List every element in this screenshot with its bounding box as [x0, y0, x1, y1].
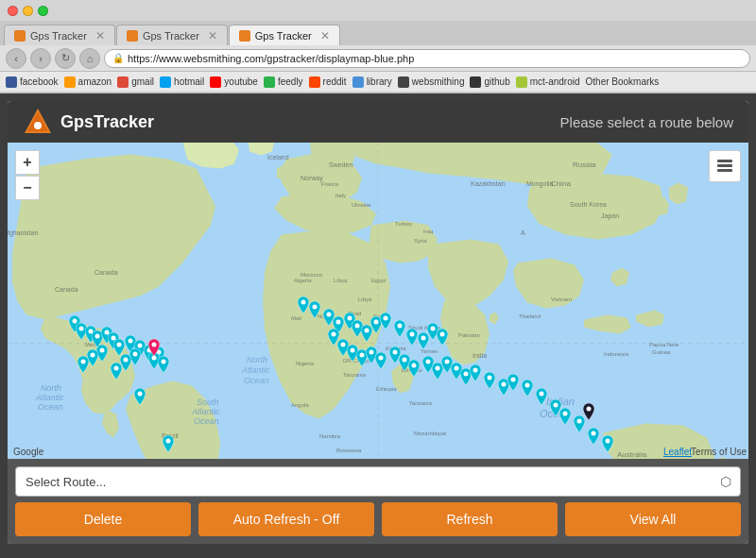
bookmark-gmail[interactable]: gmail [117, 76, 154, 88]
minimize-button[interactable] [23, 6, 33, 16]
svg-point-92 [133, 351, 138, 356]
tab-close-2[interactable]: ✕ [208, 29, 217, 42]
map-pin[interactable] [588, 428, 599, 448]
svg-point-145 [587, 407, 592, 412]
svg-text:North: North [41, 383, 61, 393]
bookmark-facebook[interactable]: facebook [6, 76, 59, 88]
map-pin[interactable] [406, 329, 418, 349]
bookmark-amazon[interactable]: amazon [64, 76, 112, 88]
map-pin[interactable] [559, 408, 571, 429]
svg-point-130 [473, 367, 478, 372]
svg-text:Nigeria: Nigeria [296, 361, 315, 366]
svg-text:Japan: Japan [601, 212, 619, 220]
bookmark-library[interactable]: library [352, 76, 392, 88]
refresh-button[interactable]: Refresh [382, 502, 558, 536]
map-pin[interactable] [394, 320, 405, 341]
svg-text:Canada: Canada [94, 269, 118, 276]
map-pin[interactable] [484, 372, 495, 393]
svg-point-102 [301, 300, 306, 305]
delete-button[interactable]: Delete [15, 502, 191, 536]
svg-point-94 [100, 347, 105, 352]
maximize-button[interactable] [38, 6, 48, 16]
close-button[interactable] [8, 6, 18, 16]
svg-point-85 [117, 342, 122, 347]
svg-point-137 [563, 411, 568, 415]
tab-close-1[interactable]: ✕ [95, 29, 105, 42]
svg-text:Kazakhstan: Kazakhstan [471, 180, 506, 187]
svg-point-112 [410, 331, 415, 336]
bookmark-feedly[interactable]: feedly [264, 76, 303, 88]
bookmark-favicon-hotmail [160, 76, 171, 88]
svg-text:Tanzania: Tanzania [409, 400, 433, 406]
bookmark-mct-android[interactable]: mct-android [516, 76, 580, 88]
button-row: Delete Auto Refresh - Off Refresh View A… [15, 502, 741, 536]
map-pin[interactable] [134, 388, 146, 409]
map-pin-dark[interactable] [583, 403, 594, 424]
map-pin[interactable] [507, 374, 519, 395]
browser-tab-3[interactable]: Gps Tracker ✕ [229, 25, 340, 45]
map-pin[interactable] [602, 435, 613, 456]
tab-label-2: Gps Tracker [143, 30, 199, 42]
leaflet-credit[interactable]: Leaflet [663, 447, 692, 457]
bookmark-reddit[interactable]: reddit [309, 76, 347, 88]
svg-text:Australia: Australia [617, 450, 647, 459]
map-pin[interactable] [380, 313, 391, 333]
svg-point-109 [374, 320, 379, 325]
map-pin[interactable] [375, 352, 387, 373]
browser-tab-2[interactable]: Gps Tracker ✕ [116, 25, 228, 45]
bookmark-github[interactable]: github [470, 76, 509, 88]
bookmark-favicon-facebook [6, 76, 17, 88]
reload-button[interactable]: ↻ [55, 48, 76, 69]
map-container[interactable]: North Atlantic Ocean South Atlantic Ocea… [8, 143, 748, 459]
tab-close-3[interactable]: ✕ [320, 29, 330, 42]
google-credit: Google [13, 447, 43, 457]
map-pin[interactable] [309, 301, 320, 322]
zoom-out-button[interactable]: − [15, 176, 40, 200]
bookmark-hotmail[interactable]: hotmail [160, 76, 204, 88]
auto-refresh-button[interactable]: Auto Refresh - Off [198, 502, 374, 536]
map-pin[interactable] [522, 380, 533, 400]
svg-text:Atlantic: Atlantic [191, 407, 220, 416]
svg-point-139 [592, 431, 596, 435]
svg-point-135 [540, 391, 544, 396]
svg-text:Turkey: Turkey [395, 221, 412, 227]
bookmark-other[interactable]: Other Bookmarks [586, 76, 660, 87]
home-button[interactable]: ⌂ [79, 48, 100, 69]
layers-icon [715, 158, 734, 175]
svg-text:Mozambique: Mozambique [414, 431, 447, 436]
app-logo: GpsTracker [23, 107, 154, 137]
svg-text:Russia: Russia [573, 161, 596, 169]
svg-point-96 [81, 360, 86, 364]
map-pin[interactable] [408, 360, 420, 380]
svg-point-2 [34, 122, 42, 129]
map-pin-pink[interactable] [148, 339, 160, 360]
bookmark-youtube[interactable]: youtube [210, 76, 258, 88]
svg-text:South Korea: South Korea [570, 201, 607, 208]
map-pin[interactable] [437, 329, 448, 349]
forward-button[interactable]: › [30, 48, 51, 69]
map-pin[interactable] [163, 435, 174, 456]
view-all-button[interactable]: View All [565, 502, 741, 536]
map-pin[interactable] [536, 388, 547, 409]
svg-point-116 [332, 331, 336, 336]
map-pin[interactable] [298, 296, 309, 317]
lock-icon: 🔒 [112, 53, 124, 63]
svg-text:Ethiopia: Ethiopia [376, 386, 397, 392]
svg-point-119 [360, 353, 365, 358]
bookmark-label-amazon: amazon [78, 76, 112, 87]
svg-point-134 [525, 383, 530, 388]
bookmark-label-other: Other Bookmarks [586, 76, 660, 87]
bookmark-websmithing[interactable]: websmithing [398, 76, 465, 88]
back-button[interactable]: ‹ [6, 48, 26, 69]
bottom-section: Select Route... ⬡ Delete Auto Refresh - … [8, 459, 748, 544]
map-pin[interactable] [111, 363, 122, 383]
address-bar[interactable]: 🔒 https://www.websmithing.com/gpstracker… [104, 49, 750, 68]
zoom-in-button[interactable]: + [15, 150, 40, 175]
route-select[interactable]: Select Route... [15, 466, 741, 497]
bookmark-label-mct: mct-android [530, 76, 580, 87]
map-pin[interactable] [77, 356, 89, 377]
bookmark-label-youtube: youtube [224, 76, 258, 87]
browser-tab-1[interactable]: Gps Tracker ✕ [4, 25, 115, 45]
map-layers-button[interactable] [709, 150, 741, 182]
map-pin[interactable] [470, 364, 481, 385]
